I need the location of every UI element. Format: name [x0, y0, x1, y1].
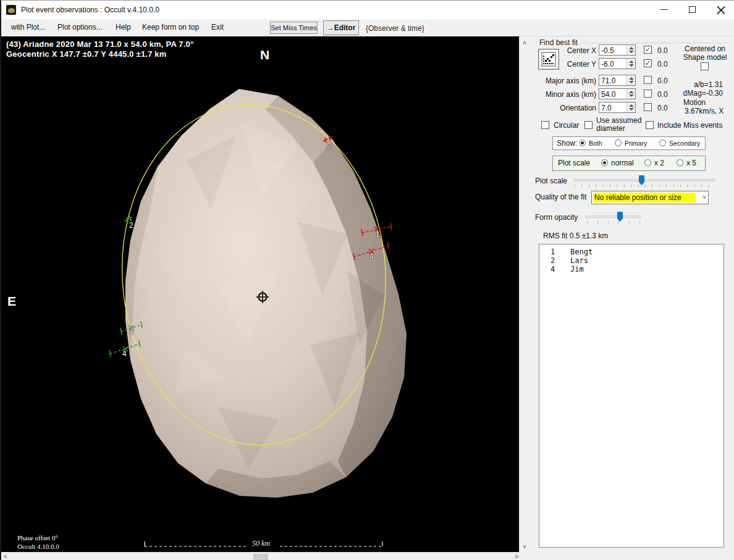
minimize-button[interactable] — [650, 1, 678, 19]
quality-of-fit-label: Quality of the fit — [535, 193, 586, 201]
maximize-button[interactable] — [678, 1, 707, 19]
center-x-input[interactable]: -0.5 — [599, 44, 636, 56]
observers-listbox[interactable]: 1 Bengt 2 Lars 4 Jim — [539, 244, 724, 548]
rms-fit-label: RMS fit 0.5 ±1.3 km — [543, 232, 608, 240]
menu-keep-on-top[interactable]: Keep form on top — [142, 23, 199, 31]
window-title: Plot event observations : Occult v.4.10.… — [21, 6, 159, 14]
form-opacity-slider-thumb[interactable] — [617, 212, 623, 222]
close-button[interactable] — [707, 1, 734, 19]
center-y-checkbox[interactable]: ✓ — [644, 59, 652, 67]
scroll-right-icon[interactable]: ˃ — [515, 554, 518, 560]
circular-checkbox[interactable] — [541, 121, 549, 129]
minor-axis-label: Minor axis (km) — [534, 90, 596, 99]
form-opacity-slider-ticks — [587, 221, 640, 224]
observer-row[interactable]: 1 Bengt — [539, 248, 723, 256]
observer-row[interactable]: 2 Lars — [539, 256, 723, 265]
geocentric-coords: Geocentric X 147.7 ±0.7 Y 4445.0 ±1.7 km — [6, 49, 167, 59]
include-miss-events-checkbox[interactable] — [646, 121, 654, 129]
app-icon — [6, 5, 16, 15]
menu-with-plot[interactable]: with Plot... — [11, 23, 45, 31]
plot-scale-x2-radio[interactable] — [644, 159, 651, 166]
center-x-spinner[interactable] — [626, 45, 635, 55]
observer-row[interactable]: 4 Jim — [539, 265, 723, 274]
orientation-spinner[interactable] — [626, 102, 635, 112]
major-axis-input[interactable]: 71.0 — [599, 75, 636, 86]
show-label: Show: — [557, 139, 577, 148]
chord-label-red-4: 4 — [369, 252, 374, 261]
occultation-plot-canvas — [1, 36, 519, 552]
quality-of-fit-dropdown[interactable]: No reliable position or size ˅ — [591, 191, 709, 204]
major-axis-residual: 0.0 — [657, 77, 668, 85]
find-best-fit-legend: Find best fit — [538, 38, 580, 47]
horizontal-scrollbar-thumb[interactable] — [253, 554, 268, 560]
maximize-icon — [689, 6, 696, 13]
scroll-up-icon[interactable]: ˄ — [523, 40, 526, 46]
plot-area[interactable]: (43) Ariadne 2020 Mar 13 71.0 x 54.0 km,… — [1, 36, 519, 552]
plot-scale-x5-radio[interactable] — [677, 159, 683, 166]
close-icon — [717, 6, 725, 14]
center-y-spinner[interactable] — [626, 59, 635, 69]
orientation-input[interactable]: 7.0 — [599, 102, 636, 113]
menu-help[interactable]: Help — [116, 23, 131, 31]
observer-time-label: {Observer & time} — [363, 23, 427, 33]
plot-scale-slider-track[interactable] — [573, 179, 715, 182]
plot-scale-x5-label: x 5 — [686, 159, 696, 167]
include-miss-events-label: Include Miss events — [657, 121, 722, 130]
quality-of-fit-value: No reliable position or size — [593, 193, 696, 203]
circular-label: Circular — [554, 121, 579, 130]
center-y-input[interactable]: -6.0 — [599, 58, 636, 69]
center-y-residual: 0.0 — [657, 60, 668, 69]
orientation-residual: 0.0 — [657, 104, 668, 112]
show-secondary-radio[interactable] — [659, 140, 666, 146]
motion-value: 3.67km/s, X — [685, 107, 723, 115]
plot-scale-normal-label: normal — [611, 159, 634, 167]
plot-scale-slider-thumb[interactable] — [639, 175, 644, 185]
menu-bar: with Plot... Plot options... Help Keep f… — [1, 19, 734, 36]
event-title: (43) Ariadne 2020 Mar 13 71.0 x 54.0 km,… — [6, 40, 193, 49]
centered-on-shape-checkbox[interactable] — [701, 62, 709, 70]
occult-version-label: Occult 4.10.0.0 — [17, 543, 59, 550]
center-y-label: Center Y — [534, 60, 596, 69]
centered-on-shape-label: Centered on Shape model — [677, 44, 733, 62]
center-x-checkbox[interactable]: ✓ — [644, 46, 652, 54]
north-label: N — [260, 48, 269, 62]
minor-axis-spinner[interactable] — [626, 89, 635, 99]
plot-scale-normal-radio[interactable] — [601, 159, 608, 166]
chord-label-green-4: 4 — [122, 349, 127, 358]
show-secondary-label: Secondary — [669, 140, 700, 147]
plot-scale-x2-label: x 2 — [654, 159, 664, 167]
center-x-residual: 0.0 — [657, 46, 668, 55]
minor-axis-checkbox[interactable] — [644, 90, 652, 98]
form-opacity-slider-track[interactable] — [585, 215, 641, 218]
orientation-label: Orientation — [534, 104, 596, 112]
set-miss-times-button[interactable]: Set Miss Times — [270, 22, 318, 34]
show-both-radio[interactable] — [579, 140, 586, 146]
plot-scale-slider-label: Plot scale — [535, 177, 567, 185]
plot-scale-group-label: Plot scale — [558, 159, 590, 167]
asteroid-shape-model — [125, 89, 407, 498]
app-window: Plot event observations : Occult v.4.10.… — [0, 0, 734, 560]
chord-label-red-1: 1 — [376, 230, 380, 239]
use-assumed-diameter-checkbox[interactable] — [584, 121, 593, 129]
motion-label: Motion — [683, 98, 706, 107]
major-axis-checkbox[interactable] — [644, 76, 652, 84]
show-primary-radio[interactable] — [615, 140, 622, 146]
center-x-label: Center X — [534, 46, 596, 55]
plot-scale-slider-ticks — [575, 185, 715, 187]
orientation-checkbox[interactable] — [644, 103, 652, 111]
menu-exit[interactable]: Exit — [211, 23, 224, 31]
form-opacity-label: Form opacity — [535, 213, 578, 222]
minimize-icon — [660, 9, 668, 10]
chevron-down-icon: ˅ — [702, 194, 706, 201]
plot-vertical-scrollbar[interactable]: ˄ ˅ — [519, 36, 530, 552]
menu-plot-options[interactable]: Plot options... — [57, 23, 103, 31]
plot-scale-radio-group: Plot scale normal x 2 x 5 — [552, 156, 706, 171]
editor-button[interactable]: →Editor — [323, 20, 359, 35]
axis-ratio-label: a/b=1.31 — [678, 80, 723, 89]
scroll-down-icon[interactable]: ˅ — [523, 544, 526, 550]
scroll-left-icon[interactable]: ˂ — [4, 554, 7, 560]
major-axis-spinner[interactable] — [626, 75, 635, 85]
minor-axis-input[interactable]: 54.0 — [599, 88, 636, 99]
plot-horizontal-scrollbar[interactable]: ˂ ˃ — [1, 552, 523, 560]
chord-label-green-2: 2 — [129, 221, 133, 230]
